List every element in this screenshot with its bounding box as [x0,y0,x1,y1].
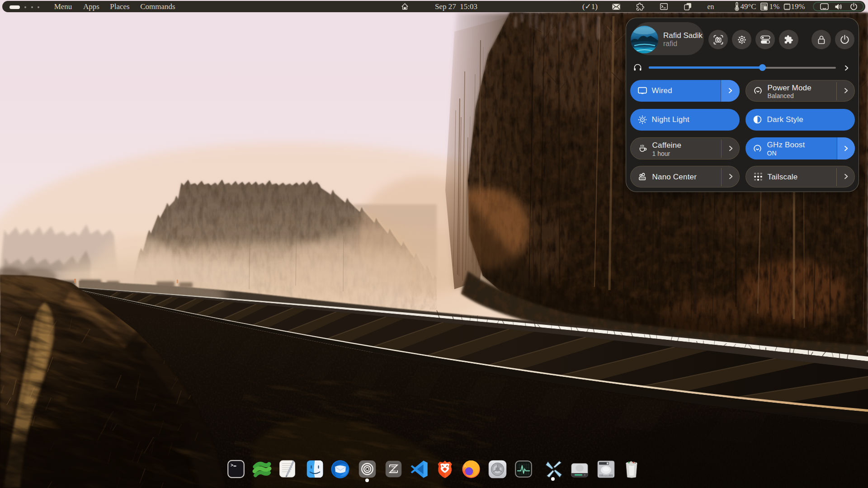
svg-text:>: > [231,463,233,468]
